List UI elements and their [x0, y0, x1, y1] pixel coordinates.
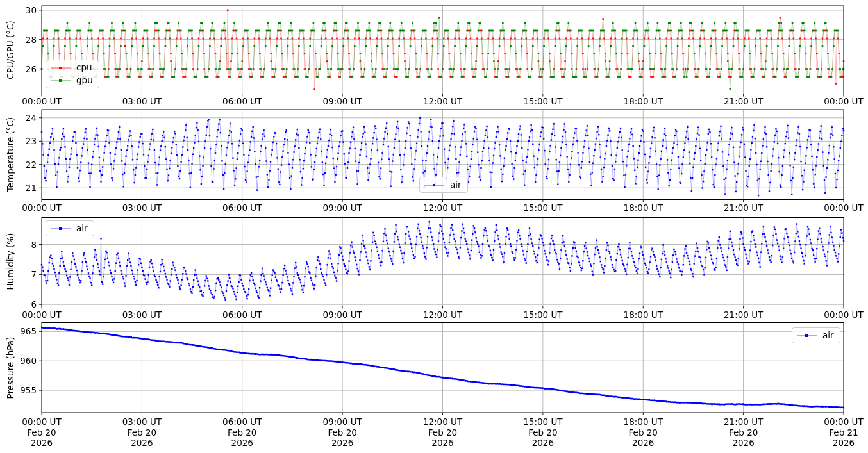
legend-entry-cpu: cpu: [51, 62, 93, 73]
x-tick-label-cpu-gpu: 00:00 UT: [11, 96, 72, 106]
x-tick-date-label: Feb 20: [111, 427, 172, 438]
x-tick-date-label: Feb 21: [813, 427, 868, 438]
x-tick-year-label: 2026: [713, 438, 774, 448]
legend-line-marker-icon: [51, 78, 71, 84]
x-tick-label-pressure: 18:00 UT: [612, 416, 674, 427]
x-tick-label-pressure: 21:00 UT: [713, 416, 774, 427]
legend-label: air: [450, 179, 462, 190]
plot-canvas: [0, 0, 868, 453]
x-tick-label-humidity: 00:00 UT: [11, 309, 72, 320]
legend-label: air: [76, 223, 88, 234]
x-tick-year-label: 2026: [312, 438, 373, 448]
x-tick-label-temperature: 03:00 UT: [111, 202, 172, 213]
x-tick-label-humidity: 18:00 UT: [612, 309, 674, 320]
x-tick-label-humidity: 03:00 UT: [111, 309, 172, 320]
legend-line-marker-icon: [51, 65, 71, 71]
x-tick-label-temperature: 15:00 UT: [512, 202, 574, 213]
x-tick-label-temperature: 06:00 UT: [212, 202, 273, 213]
y-axis-label-temperature: Temperature (°C): [5, 117, 15, 192]
legend-label: cpu: [76, 62, 92, 73]
x-tick-label-cpu-gpu: 18:00 UT: [612, 96, 674, 106]
legend-entry-air: air: [424, 179, 462, 190]
x-tick-label-cpu-gpu: 21:00 UT: [713, 96, 774, 106]
x-tick-label-humidity: 09:00 UT: [312, 309, 373, 320]
x-tick-year-label: 2026: [11, 438, 72, 448]
legend-entry-air: air: [797, 330, 834, 341]
x-tick-label-temperature: 12:00 UT: [412, 202, 474, 213]
y-tick-label-pressure: 965: [0, 326, 37, 336]
y-tick-label-cpu-gpu: 28: [0, 35, 37, 45]
y-tick-label-cpu-gpu: 26: [0, 64, 37, 74]
x-tick-label-pressure: 03:00 UT: [111, 416, 172, 427]
x-tick-label-humidity: 12:00 UT: [412, 309, 474, 320]
x-tick-label-cpu-gpu: 06:00 UT: [212, 96, 273, 106]
x-tick-date-label: Feb 20: [11, 427, 72, 438]
x-tick-date-label: Feb 20: [412, 427, 474, 438]
x-tick-date-label: Feb 20: [713, 427, 774, 438]
legend-humidity: air: [46, 220, 94, 236]
legend-pressure: air: [792, 327, 840, 343]
x-tick-year-label: 2026: [512, 438, 574, 448]
x-tick-year-label: 2026: [111, 438, 172, 448]
x-tick-label-pressure: 15:00 UT: [512, 416, 574, 427]
x-tick-label-temperature: 00:00 UT: [11, 202, 72, 213]
y-tick-label-pressure: 960: [0, 356, 37, 366]
x-tick-label-pressure: 00:00 UT: [813, 416, 868, 427]
y-tick-label-temperature: 23: [0, 136, 37, 146]
x-tick-label-temperature: 18:00 UT: [612, 202, 674, 213]
x-tick-label-humidity: 21:00 UT: [713, 309, 774, 320]
x-tick-label-temperature: 21:00 UT: [713, 202, 774, 213]
x-tick-label-cpu-gpu: 15:00 UT: [512, 96, 574, 106]
y-tick-label-temperature: 22: [0, 160, 37, 170]
x-tick-date-label: Feb 20: [312, 427, 373, 438]
x-tick-label-pressure: 00:00 UT: [11, 416, 72, 427]
y-tick-label-humidity: 6: [0, 299, 37, 309]
x-tick-date-label: Feb 20: [212, 427, 273, 438]
legend-entry-air: air: [51, 223, 88, 234]
legend-label: gpu: [76, 75, 93, 86]
legend-temperature: air: [419, 177, 468, 193]
x-tick-year-label: 2026: [412, 438, 474, 448]
x-tick-year-label: 2026: [212, 438, 273, 448]
x-tick-label-humidity: 00:00 UT: [813, 309, 868, 320]
x-tick-label-humidity: 15:00 UT: [512, 309, 574, 320]
y-tick-label-pressure: 955: [0, 385, 37, 395]
legend-line-marker-icon: [424, 182, 444, 188]
legend-line-marker-icon: [797, 333, 817, 339]
y-tick-label-temperature: 21: [0, 183, 37, 193]
x-tick-label-humidity: 06:00 UT: [212, 309, 273, 320]
x-tick-label-cpu-gpu: 03:00 UT: [111, 96, 172, 106]
x-tick-date-label: Feb 20: [612, 427, 674, 438]
y-tick-label-cpu-gpu: 30: [0, 5, 37, 15]
legend-label: air: [822, 330, 834, 341]
x-tick-date-label: Feb 20: [512, 427, 574, 438]
x-tick-label-pressure: 06:00 UT: [212, 416, 273, 427]
x-tick-year-label: 2026: [813, 438, 868, 448]
legend-line-marker-icon: [51, 226, 71, 232]
x-tick-label-temperature: 09:00 UT: [312, 202, 373, 213]
x-tick-label-temperature: 00:00 UT: [813, 202, 868, 213]
legend-entry-gpu: gpu: [51, 75, 93, 86]
x-tick-label-cpu-gpu: 09:00 UT: [312, 96, 373, 106]
x-tick-label-cpu-gpu: 00:00 UT: [813, 96, 868, 106]
x-tick-year-label: 2026: [612, 438, 674, 448]
x-tick-label-cpu-gpu: 12:00 UT: [412, 96, 474, 106]
y-tick-label-humidity: 7: [0, 269, 37, 279]
figure: CPU/GPU (°C) Temperature (°C) Humidity (…: [0, 0, 868, 453]
x-tick-label-pressure: 09:00 UT: [312, 416, 373, 427]
y-tick-label-temperature: 24: [0, 113, 37, 123]
legend-cpu-gpu: cpugpu: [46, 60, 99, 88]
y-tick-label-humidity: 8: [0, 240, 37, 250]
x-tick-label-pressure: 12:00 UT: [412, 416, 474, 427]
